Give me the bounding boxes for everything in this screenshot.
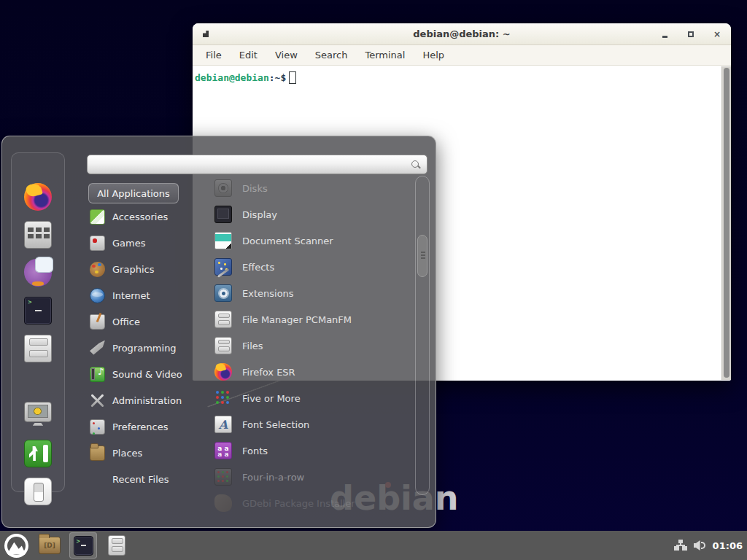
app-firefox-esr[interactable]: Firefox ESR [209,359,414,385]
taskbar: [D] 01:06 [0,531,747,560]
shut-down-icon [24,478,52,505]
firefox-esr-icon [214,363,232,381]
app-gdebi-package-installer[interactable]: GDebi Package Installer [209,490,414,516]
menu-help[interactable]: Help [422,50,444,61]
extensions-icon [214,284,232,302]
maximize-button[interactable] [686,29,696,39]
taskbar-files-button[interactable] [103,532,131,559]
terminal-titlebar[interactable]: debian@debian: ~ × [193,23,731,45]
app-font-selection[interactable]: Font Selection [209,411,414,438]
category-administration[interactable]: Administration [88,387,209,413]
search-icon [411,160,421,170]
favorite-firefox[interactable] [24,183,52,211]
app-files[interactable]: Files [209,332,414,359]
category-preferences[interactable]: Preferences [88,413,209,440]
programming-icon [90,341,105,356]
menu-view[interactable]: View [275,50,298,61]
application-list: Disks Display Document Scanner Effects E… [209,175,414,516]
favorite-lock-screen[interactable] [24,402,52,429]
favorite-pidgin[interactable] [24,259,52,287]
app-search-input[interactable] [93,159,411,170]
menu-search[interactable]: Search [315,50,348,61]
category-graphics[interactable]: Graphics [88,256,209,282]
gdebi-icon [214,494,232,512]
firefox-icon [24,183,52,211]
menu-terminal[interactable]: Terminal [365,50,405,61]
terminal-icon [24,297,52,324]
category-accessories[interactable]: Accessories [88,203,209,230]
font-selection-icon [214,416,232,433]
terminal-scrollbar[interactable] [721,66,731,380]
pidgin-icon [24,259,52,287]
five-or-more-icon [214,389,232,407]
favorite-shut-down[interactable] [24,478,52,505]
favorite-file-manager[interactable] [24,335,52,362]
menu-edit[interactable]: Edit [239,50,258,61]
accessories-icon [90,209,105,225]
prompt-user-host: debian@debian [195,72,269,83]
minimize-button[interactable] [659,29,670,39]
app-fonts[interactable]: Fonts [209,438,414,464]
places-icon [90,446,105,461]
category-programming[interactable]: Programming [88,335,209,361]
four-in-a-row-icon [214,468,232,486]
app-document-scanner[interactable]: Document Scanner [209,228,414,254]
volume-icon[interactable] [694,540,706,551]
file-cabinet-icon [108,535,125,556]
terminal-scrollbar-thumb[interactable] [724,68,729,378]
applications-menu-button[interactable] [2,532,30,559]
category-places[interactable]: Places [88,440,209,466]
close-button[interactable]: × [712,29,722,39]
category-office[interactable]: Office [88,308,209,335]
app-disks[interactable]: Disks [209,175,414,201]
favorite-log-out[interactable] [24,440,52,467]
disks-icon [214,179,232,197]
sound-video-icon [90,367,105,382]
pcmanfm-icon [214,311,232,328]
file-manager-icon [24,335,52,362]
taskbar-clock[interactable]: 01:06 [713,540,743,551]
category-games[interactable]: Games [88,230,209,256]
app-extensions[interactable]: Extensions [209,280,414,306]
applications-menu-icon [4,534,28,558]
control-center-icon [24,221,52,249]
log-out-icon [24,440,52,467]
terminal-icon [74,536,93,556]
favorite-control-center[interactable] [24,221,52,249]
app-display[interactable]: Display [209,201,414,228]
taskbar-terminal-button[interactable] [69,532,97,559]
internet-icon [90,288,105,303]
category-sound-video[interactable]: Sound & Video [88,361,209,387]
administration-icon [90,393,105,408]
app-list-scrollbar-thumb[interactable] [417,235,427,277]
effects-icon [214,258,232,276]
taskbar-file-manager-button[interactable]: [D] [36,532,63,559]
display-icon [214,206,232,223]
terminal-title: debian@debian: ~ [193,28,731,39]
graphics-icon [90,262,105,277]
application-menu: All Applications Accessories Games Graph… [1,136,436,528]
games-icon [90,236,105,251]
fonts-icon [214,442,232,459]
menu-file[interactable]: File [206,50,222,61]
favorite-terminal[interactable] [24,297,52,324]
document-scanner-icon [214,232,232,249]
category-list: Accessories Games Graphics Internet Offi… [88,203,209,492]
app-four-in-a-row[interactable]: Four-in-a-row [209,464,414,490]
preferences-icon [90,419,105,435]
terminal-cursor [289,71,296,84]
folder-icon: [D] [39,537,61,554]
app-effects[interactable]: Effects [209,254,414,280]
recent-files-spacer [90,472,105,487]
app-five-or-more[interactable]: Five or More [209,385,414,411]
category-all-applications[interactable]: All Applications [88,183,179,203]
app-list-scrollbar[interactable] [415,176,430,495]
prompt-path: :~$ [269,72,286,83]
app-file-manager-pcmanfm[interactable]: File Manager PCManFM [209,306,414,332]
files-icon [214,337,232,354]
category-recent-files[interactable]: Recent Files [88,466,209,492]
app-search-box [87,155,427,174]
network-icon[interactable] [674,540,687,551]
terminal-menubar: File Edit View Search Terminal Help [193,45,731,66]
category-internet[interactable]: Internet [88,282,209,308]
